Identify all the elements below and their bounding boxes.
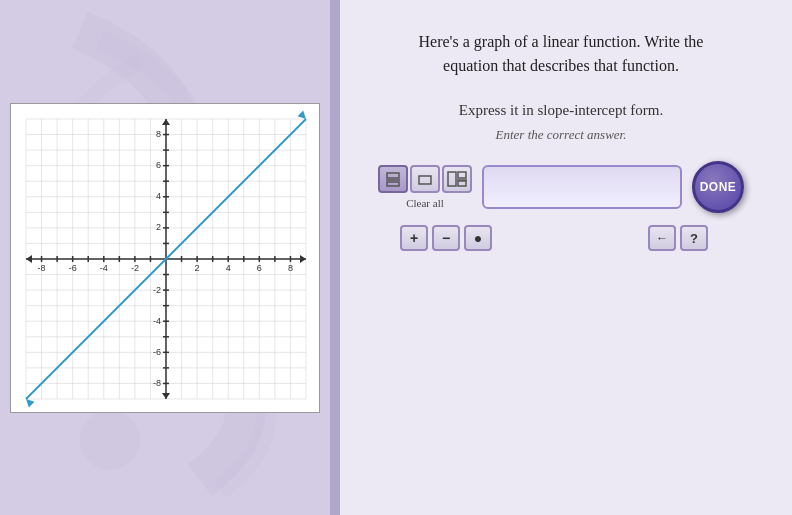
backspace-button[interactable]: ← (648, 225, 676, 251)
equation-buttons: Clear all (378, 165, 472, 209)
done-button-label: DONE (700, 180, 737, 194)
mixed-button[interactable] (442, 165, 472, 193)
svg-rect-3 (387, 182, 399, 186)
fraction-button[interactable] (378, 165, 408, 193)
slope-intercept-label: Express it in slope-intercept form. (459, 102, 664, 119)
dot-button[interactable]: ● (464, 225, 492, 251)
problem-text: Here's a graph of a linear function. Wri… (419, 30, 704, 78)
eq-btn-group (378, 165, 472, 193)
enter-answer-label: Enter the correct answer. (496, 127, 627, 143)
svg-rect-1 (387, 173, 399, 178)
graph-canvas (11, 104, 321, 414)
plus-button[interactable]: + (400, 225, 428, 251)
graph-container (10, 103, 320, 413)
math-buttons-row: + − ● ← ? (350, 225, 772, 251)
left-panel (0, 0, 330, 515)
minus-button[interactable]: − (432, 225, 460, 251)
svg-rect-4 (419, 176, 431, 184)
done-button[interactable]: DONE (692, 161, 744, 213)
right-panel: Here's a graph of a linear function. Wri… (330, 0, 792, 515)
svg-rect-8 (458, 181, 466, 186)
clear-all-label: Clear all (406, 197, 444, 209)
svg-rect-6 (458, 172, 466, 178)
problem-line1: Here's a graph of a linear function. Wri… (419, 33, 704, 50)
svg-point-0 (80, 410, 140, 470)
answer-input[interactable] (482, 165, 682, 209)
help-button[interactable]: ? (680, 225, 708, 251)
whole-button[interactable] (410, 165, 440, 193)
svg-rect-5 (448, 172, 456, 186)
input-row: Clear all DONE (378, 161, 744, 213)
problem-line2: equation that describes that function. (443, 57, 679, 74)
